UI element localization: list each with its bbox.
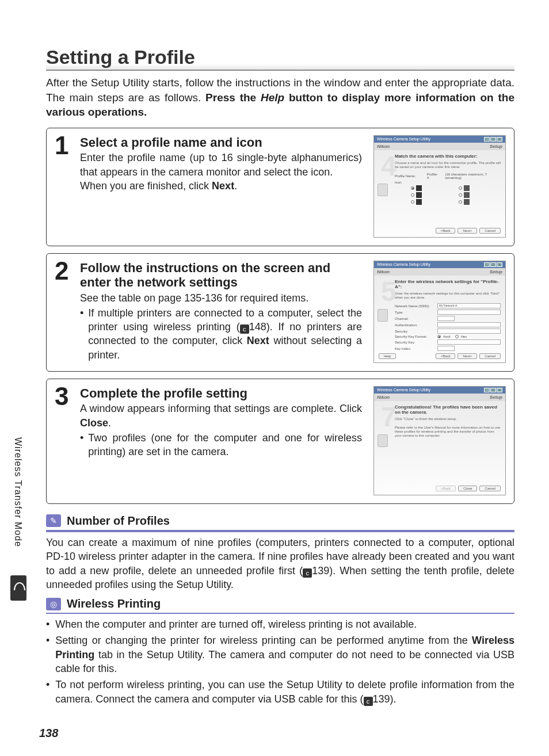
icon-radio-3[interactable] [411,193,414,197]
profile-name-value[interactable]: Profile-A [427,173,440,180]
screenshot-3-heading: Congratulations! The profiles have been … [395,404,501,415]
printing-bullet-2-c: tab in the Setup Utility. The camera and… [55,649,514,674]
ascii-radio[interactable] [437,335,441,338]
step-1-body-b: When you are finished, click [80,180,212,192]
icon-picker[interactable] [411,185,501,205]
minimize-icon[interactable]: _ [484,262,490,267]
brand-right: Setup [490,395,502,400]
close-icon[interactable]: × [497,388,502,392]
camera-icon [378,434,388,447]
profile-name-label: Profile Name: [395,174,425,178]
icon-label: Icon: [395,181,426,184]
screenshot-2-heading: Enter the wireless network settings for … [395,279,501,289]
close-icon[interactable]: × [497,137,502,142]
step-2-bullet: • If multiple printers are connected to … [80,306,362,362]
screenshot-2-body: 5 Enter the wireless network settings fo… [374,276,505,350]
screenshot-1-titlebar: Wireless Camera Setup Utility _□× [374,136,505,143]
type-label: Type: [395,311,435,314]
screenshot-2-title: Wireless Camera Setup Utility [377,262,430,267]
seckey-input[interactable] [437,339,501,345]
printing-bullet-2: • Setting or changing the printer for wi… [46,633,514,675]
ascii-label: Ascii [443,335,451,338]
channel-label: Channel: [395,317,435,320]
printing-bullet-2-text: Setting or changing the printer for wire… [55,633,514,675]
auth-select[interactable] [437,322,501,327]
screenshot-3-buttons: <Back Close Cancel [436,486,501,491]
printer2-icon [464,199,470,205]
next-button[interactable]: Next> [458,228,477,234]
icon-radio-6[interactable] [459,200,462,204]
page-ref-icon: c [364,697,373,706]
step-2-content: Follow the instructions on the screen an… [80,261,368,363]
icon-radio-5[interactable] [411,200,414,204]
back-button[interactable]: <Back [436,353,456,359]
step-3-bullet: • Two profiles (one for the computer and… [80,431,362,459]
screenshot-2-brandbar: Nikon Setup [374,268,505,276]
minimize-icon[interactable]: _ [484,388,490,392]
brand-right: Setup [490,269,502,274]
intro-c: Help [261,91,284,104]
building-icon [464,185,470,191]
screenshot-1-stepnum: 4 [381,152,396,180]
screenshot-2-stepnum: 5 [381,278,396,306]
next-button[interactable]: Next> [458,353,477,359]
hex-radio[interactable] [455,335,459,338]
cancel-button[interactable]: Cancel [479,486,501,491]
maximize-icon[interactable]: □ [490,262,496,267]
note-profiles-body: You can create a maximum of nine profile… [46,536,514,591]
note-profiles-header: ✎ Number of Profiles [46,514,514,532]
step-1-body-d: . [234,180,237,192]
bullet-mark: • [46,678,49,706]
printing-bullet-1-text: When the computer and printer are turned… [55,617,417,631]
maximize-icon[interactable]: □ [490,388,496,392]
step-2-bullet-next: Next [247,335,269,346]
camera-icon [378,184,388,196]
cancel-button[interactable]: Cancel [479,228,501,234]
channel-select[interactable] [437,316,455,321]
screenshot-3-body: 7 Congratulations! The profiles have bee… [374,401,505,483]
step-1-body-a: Enter the profile name (up to 16 single-… [80,151,362,179]
bullet-mark: • [46,633,49,675]
keyindex-select[interactable] [437,346,455,351]
screenshot-3: Wireless Camera Setup Utility _□× Nikon … [373,386,506,495]
type-select[interactable] [437,310,501,315]
step-1-body-b-line: When you are finished, click Next. [80,179,362,193]
screenshot-3-brandbar: Nikon Setup [374,394,505,401]
step-3-bullet-text: Two profiles (one for the computer and o… [88,431,362,459]
keyindex-label: Key Index: [395,347,435,350]
screenshot-2-form: Network Name (SSID):My Network-A Type: C… [395,303,501,351]
help-button[interactable]: Help [379,353,396,359]
step-3-number: 3 [55,385,74,495]
close-icon[interactable]: × [497,262,502,267]
back-button[interactable]: <Back [436,228,456,234]
page-ref-icon: c [303,568,312,578]
screenshot-3-titlebar: Wireless Camera Setup Utility _□× [374,387,505,394]
ssid-input[interactable]: My Network-A [437,303,501,308]
screenshot-2-buttons: <Back Next> Cancel [436,353,501,359]
screenshot-1-buttons: <Back Next> Cancel [436,228,501,234]
ssid-label: Network Name (SSID): [395,304,435,308]
brand-label: Nikon [377,144,390,149]
page-title: Setting a Profile [46,46,514,71]
step-1-next: Next [212,180,234,192]
step-3-title: Complete the profile setting [80,386,362,400]
minimize-icon[interactable]: _ [484,137,490,142]
close-button[interactable]: Close [458,486,477,491]
printing-bullet-3-b: 139). [373,693,396,705]
back-button-disabled: <Back [436,486,456,491]
screenshot-2-sub: Enter the wireless network settings for … [395,292,501,300]
maximize-icon[interactable]: □ [490,137,496,142]
icon-radio-2[interactable] [459,186,462,190]
icon-radio-4[interactable] [459,193,462,197]
note-profiles-title: Number of Profiles [67,514,170,528]
bullet-mark: • [80,306,83,362]
printing-bullet-3-text: To not perform wireless printing, you ca… [55,678,514,706]
screenshot-1-sub: Choose a name and an icon for the connec… [395,161,501,169]
step-3: 3 Complete the profile setting A window … [46,379,514,504]
cancel-button[interactable]: Cancel [479,353,501,359]
security-select[interactable] [437,329,501,334]
bullet-mark: • [80,431,83,459]
printer-icon [464,192,470,198]
step-2: 2 Follow the instructions on the screen … [46,253,514,372]
icon-radio-1[interactable] [411,186,414,190]
